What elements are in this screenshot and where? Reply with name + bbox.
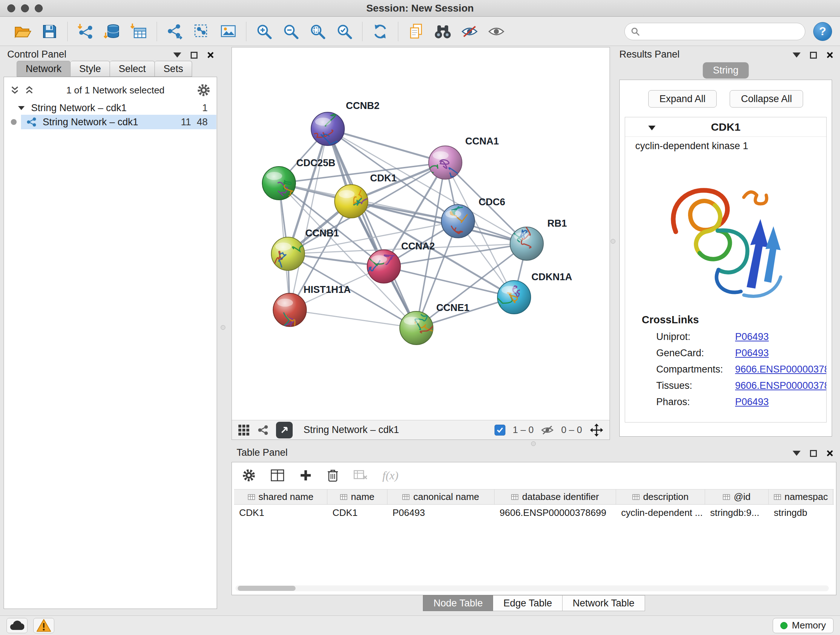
birds-eye-view-icon[interactable] <box>238 424 250 436</box>
zoom-selected-button[interactable] <box>331 19 358 43</box>
network-canvas[interactable]: CCNB2CCNA1CDC25BCDK1CDC6RB1CCNB1CCNA2CDK… <box>232 48 609 420</box>
tab-string[interactable]: String <box>703 62 749 79</box>
results-panel-title: Results Panel <box>619 49 680 60</box>
network-node[interactable] <box>496 280 531 314</box>
gear-icon[interactable] <box>197 83 210 97</box>
expand-all-icon[interactable] <box>25 86 34 95</box>
column-header[interactable]: name <box>327 489 387 504</box>
hide-graphics-details-button[interactable] <box>456 19 483 43</box>
network-node-count: 11 <box>181 117 191 128</box>
panel-float-icon[interactable] <box>191 52 197 59</box>
show-graphics-details-button[interactable] <box>483 19 510 43</box>
splitter-handle[interactable] <box>221 325 225 330</box>
delete-table-icon[interactable] <box>354 469 368 481</box>
open-session-button[interactable] <box>9 19 36 43</box>
network-view[interactable]: CCNB2CCNA1CDC25BCDK1CDC6RB1CCNB1CCNA2CDK… <box>232 47 610 440</box>
pharos-link[interactable]: P06493 <box>735 396 769 408</box>
genecard-link[interactable]: P06493 <box>735 348 769 359</box>
collapse-all-button[interactable]: Collapse All <box>729 90 803 108</box>
export-image-button[interactable] <box>215 19 242 43</box>
network-share-icon[interactable] <box>257 424 269 436</box>
splitter-handle[interactable] <box>531 441 536 446</box>
uniprot-link[interactable]: P06493 <box>735 331 769 342</box>
network-node[interactable] <box>355 250 401 283</box>
panel-close-icon[interactable] <box>826 450 834 457</box>
export-network-icon <box>166 23 183 40</box>
column-header[interactable]: canonical name <box>387 489 494 504</box>
new-network-from-selection-button[interactable] <box>188 19 215 43</box>
warnings-button[interactable] <box>33 618 54 633</box>
table-settings-gear-icon[interactable] <box>242 469 256 482</box>
column-header[interactable]: database identifier <box>494 489 616 504</box>
cloud-status-button[interactable] <box>6 618 27 633</box>
export-network-button[interactable] <box>161 19 188 43</box>
tree-expand-icon[interactable] <box>17 105 25 111</box>
network-node[interactable] <box>311 105 344 146</box>
collapse-all-icon[interactable] <box>10 86 19 95</box>
tab-style[interactable]: Style <box>71 61 110 77</box>
column-header[interactable]: shared name <box>234 489 327 504</box>
import-network-file-button[interactable] <box>72 19 99 43</box>
network-collection-row[interactable]: String Network – cdk1 1 <box>4 101 216 115</box>
tab-select[interactable]: Select <box>110 61 155 77</box>
collapse-section-icon[interactable] <box>647 125 656 131</box>
network-row[interactable]: String Network – cdk1 11 48 <box>4 115 216 129</box>
save-session-button[interactable] <box>36 19 63 43</box>
column-header[interactable]: namespac <box>769 489 833 504</box>
memory-button[interactable]: Memory <box>773 618 834 633</box>
column-header[interactable]: description <box>616 489 705 504</box>
horizontal-scrollbar[interactable] <box>235 585 829 591</box>
panel-menu-icon[interactable] <box>793 451 801 456</box>
zoom-out-button[interactable] <box>278 19 304 43</box>
search-network-button[interactable] <box>429 19 456 43</box>
main-toolbar: ? <box>0 17 840 46</box>
panel-close-icon[interactable] <box>826 51 834 59</box>
function-builder-icon[interactable]: f(x) <box>382 469 398 482</box>
import-table-button[interactable] <box>126 19 152 43</box>
duplicate-network-button[interactable] <box>403 19 429 43</box>
selected-checkbox[interactable] <box>494 424 505 435</box>
import-network-database-button[interactable] <box>99 19 126 43</box>
tab-network-table[interactable]: Network Table <box>562 595 645 611</box>
panel-close-icon[interactable] <box>207 51 214 59</box>
zoom-fit-button[interactable] <box>304 19 331 43</box>
network-node[interactable] <box>510 225 543 260</box>
help-button[interactable]: ? <box>813 22 832 41</box>
compartments-link[interactable]: 9606.ENSP00000378699 <box>735 364 827 375</box>
tab-sets[interactable]: Sets <box>155 61 192 77</box>
show-columns-icon[interactable] <box>270 469 285 482</box>
hidden-eye-slash-icon[interactable] <box>541 424 554 435</box>
close-window-button[interactable] <box>7 4 15 12</box>
network-edge <box>328 129 416 328</box>
apply-layout-button[interactable] <box>367 19 393 43</box>
zoom-in-button[interactable] <box>251 19 278 43</box>
network-node[interactable] <box>441 204 475 238</box>
export-view-button[interactable] <box>276 422 293 439</box>
network-node[interactable] <box>400 311 435 345</box>
panel-float-icon[interactable] <box>810 450 817 457</box>
zoom-window-button[interactable] <box>35 4 43 12</box>
add-column-icon[interactable] <box>299 469 312 482</box>
column-header[interactable]: @id <box>705 489 769 504</box>
table-row[interactable]: CDK1 CDK1 P06493 9606.ENSP00000378699 cy… <box>234 505 834 521</box>
fit-content-crosshair-icon[interactable] <box>589 423 604 437</box>
tab-edge-table[interactable]: Edge Table <box>493 595 562 611</box>
network-node[interactable] <box>273 293 306 332</box>
tab-node-table[interactable]: Node Table <box>423 595 493 611</box>
search-input[interactable] <box>644 26 799 37</box>
panel-float-icon[interactable] <box>810 52 817 59</box>
minimize-window-button[interactable] <box>21 4 29 12</box>
traffic-lights <box>7 4 43 12</box>
scrollbar-thumb[interactable] <box>238 586 295 591</box>
import-network-icon <box>77 23 94 40</box>
network-node[interactable] <box>425 146 462 181</box>
tissues-link[interactable]: 9606.ENSP00000378699 <box>735 380 827 391</box>
delete-column-trash-icon[interactable] <box>327 468 339 483</box>
network-node[interactable] <box>335 185 375 218</box>
panel-menu-icon[interactable] <box>793 52 801 57</box>
panel-menu-icon[interactable] <box>173 52 181 57</box>
expand-all-button[interactable]: Expand All <box>648 90 717 108</box>
splitter-handle[interactable] <box>611 239 615 244</box>
selected-count: 1 – 0 <box>513 424 534 435</box>
tab-network[interactable]: Network <box>17 61 71 77</box>
